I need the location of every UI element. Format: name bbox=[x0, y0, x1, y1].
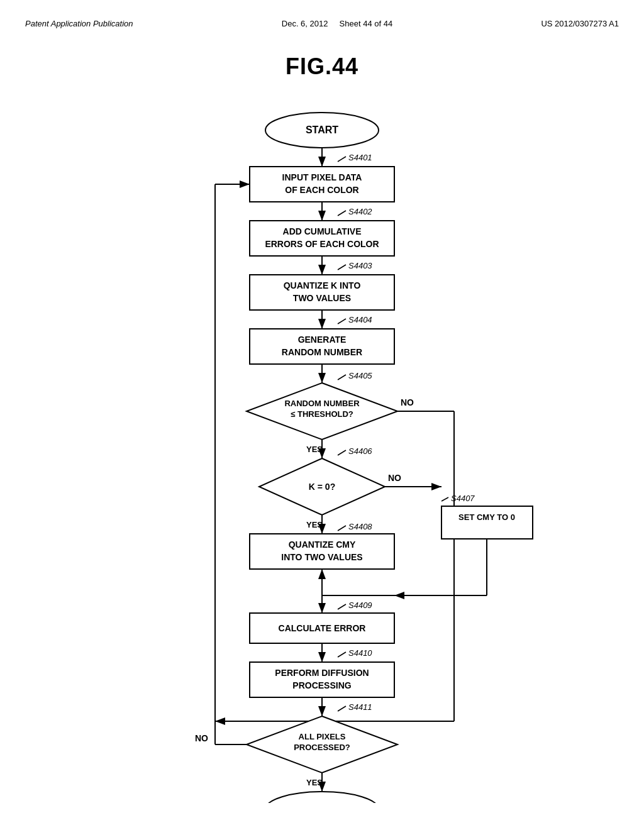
d2-label: K = 0? bbox=[309, 482, 335, 492]
s4409-label: S4409 bbox=[348, 600, 372, 610]
header: Patent Application Publication Dec. 6, 2… bbox=[25, 13, 619, 41]
n3-line2: TWO VALUES bbox=[293, 293, 351, 303]
svg-line-9 bbox=[338, 265, 346, 270]
svg-line-24 bbox=[441, 497, 448, 501]
n8-line1: PERFORM DIFFUSION bbox=[275, 668, 369, 678]
svg-line-29 bbox=[338, 526, 346, 531]
n7-label: CALCULATE ERROR bbox=[279, 623, 366, 633]
svg-line-37 bbox=[338, 652, 346, 657]
d1-no-label: NO bbox=[401, 397, 414, 407]
s4406-label: S4406 bbox=[348, 446, 372, 456]
n2-line1: ADD CUMULATIVE bbox=[283, 226, 362, 236]
d1-line1: RANDOM NUMBER bbox=[284, 399, 360, 408]
s4404-label: S4404 bbox=[348, 315, 372, 324]
header-date-sheet: Dec. 6, 2012 Sheet 44 of 44 bbox=[282, 19, 392, 28]
d3-line1: ALL PIXELS bbox=[299, 732, 346, 741]
n3-line1: QUANTIZE K INTO bbox=[284, 280, 361, 290]
svg-line-12 bbox=[338, 319, 346, 324]
svg-line-15 bbox=[338, 375, 346, 380]
d3-yes-label: YES bbox=[306, 778, 323, 787]
flowchart-svg: START S4401 INPUT PIXEL DATA OF EACH COL… bbox=[102, 99, 542, 803]
n6-line1: QUANTIZE CMY bbox=[289, 540, 356, 550]
flowchart-container: START S4401 INPUT PIXEL DATA OF EACH COL… bbox=[102, 99, 542, 805]
n2-line2: ERRORS OF EACH COLOR bbox=[265, 239, 379, 249]
d1-yes-label: YES bbox=[306, 445, 323, 454]
svg-line-40 bbox=[338, 706, 346, 711]
d1-line2: ≤ THRESHOLD? bbox=[291, 409, 353, 419]
d3-line2: PROCESSED? bbox=[294, 743, 350, 752]
header-publication: Patent Application Publication bbox=[25, 19, 133, 28]
s4402-label: S4402 bbox=[348, 207, 372, 216]
s4408-label: S4408 bbox=[348, 522, 372, 531]
d3-no-label: NO bbox=[195, 733, 208, 743]
n1-line1: INPUT PIXEL DATA bbox=[282, 172, 362, 182]
n4-line2: RANDOM NUMBER bbox=[282, 347, 362, 357]
d2-no-label: NO bbox=[388, 473, 401, 483]
svg-point-47 bbox=[265, 792, 379, 803]
s4411-label: S4411 bbox=[348, 702, 372, 712]
page: Patent Application Publication Dec. 6, 2… bbox=[0, 0, 644, 830]
s4407-label: S4407 bbox=[451, 494, 475, 503]
header-patent: US 2012/0307273 A1 bbox=[541, 19, 619, 28]
svg-line-6 bbox=[338, 211, 346, 216]
svg-line-33 bbox=[338, 604, 346, 609]
header-date: Dec. 6, 2012 bbox=[282, 19, 328, 28]
n5-line1: SET CMY TO 0 bbox=[458, 512, 515, 522]
s4405-label: S4405 bbox=[348, 371, 372, 380]
header-sheet: Sheet 44 of 44 bbox=[340, 19, 393, 28]
svg-line-3 bbox=[338, 157, 346, 162]
n6-line2: INTO TWO VALUES bbox=[281, 552, 362, 562]
svg-line-21 bbox=[338, 450, 346, 455]
s4401-label: S4401 bbox=[348, 153, 372, 162]
d2-yes-label: YES bbox=[306, 520, 323, 529]
n1-line2: OF EACH COLOR bbox=[285, 185, 358, 195]
s4410-label: S4410 bbox=[348, 648, 372, 658]
svg-rect-25 bbox=[441, 506, 533, 539]
s4403-label: S4403 bbox=[348, 261, 372, 270]
n8-line2: PROCESSING bbox=[292, 680, 351, 690]
n4-line1: GENERATE bbox=[298, 335, 347, 345]
figure-title: FIG.44 bbox=[25, 53, 619, 80]
start-label: START bbox=[306, 124, 338, 135]
